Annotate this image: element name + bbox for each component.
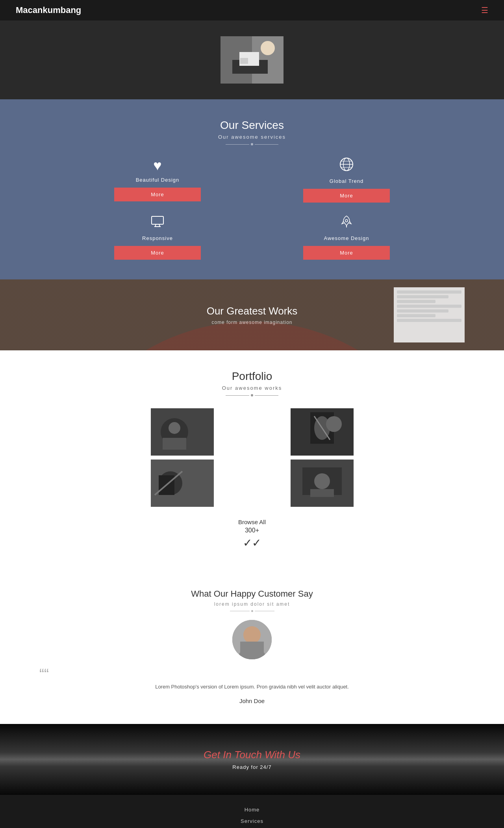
brand-bold: Macan <box>16 5 43 15</box>
portfolio-image-1[interactable] <box>151 408 214 456</box>
browse-count: 300+ <box>8 527 496 534</box>
brand-rest: kumbang <box>43 5 81 15</box>
hero-image <box>220 36 284 84</box>
svg-rect-11 <box>152 216 163 224</box>
testimonial-text: Lorem Photoshop's version of Lorem ipsum… <box>8 683 496 691</box>
service-label-3: Responsive <box>75 235 240 241</box>
services-section: Our Services Our awesome services ♥ Beau… <box>0 99 504 279</box>
testimonials-title: What Our Happy Customer Say <box>8 589 496 599</box>
more-button-1[interactable]: More <box>114 188 201 201</box>
services-title: Our Services <box>8 119 496 132</box>
svg-point-15 <box>345 220 348 222</box>
rocket-icon <box>264 214 429 232</box>
service-label-2: Global Trend <box>264 178 429 184</box>
portfolio-title: Portfolio <box>8 370 496 383</box>
service-item-global-trend: Global Trend More <box>264 157 429 203</box>
svg-rect-33 <box>310 489 334 497</box>
portfolio-grid <box>114 408 390 507</box>
portfolio-image-3[interactable] <box>151 460 214 507</box>
svg-rect-20 <box>163 438 186 450</box>
navbar: Macankumbang ☰ <box>0 0 504 20</box>
svg-point-5 <box>261 41 275 55</box>
svg-point-35 <box>243 626 261 644</box>
portfolio-image-4[interactable] <box>291 460 354 507</box>
more-button-3[interactable]: More <box>114 246 201 260</box>
portfolio-image-2[interactable] <box>291 408 354 456</box>
svg-point-25 <box>326 416 342 432</box>
svg-point-32 <box>314 473 330 489</box>
chevron-down-icon[interactable]: ✓✓ <box>8 536 496 549</box>
quote-icon: ““ <box>8 667 496 681</box>
services-subtitle: Our awesome services <box>8 134 496 140</box>
greatest-works-title: Our Greatest Works <box>207 305 298 317</box>
service-item-responsive: Responsive More <box>75 214 240 260</box>
contact-banner: Get In Touch With Us Ready for 24/7 <box>0 724 504 795</box>
heart-icon: ♥ <box>75 157 240 174</box>
service-item-beautiful-design: ♥ Beautiful Design More <box>75 157 240 203</box>
testimonials-subtitle: lorem ipsum dolor sit amet <box>8 601 496 607</box>
footer-link-services[interactable]: Services <box>8 818 496 824</box>
svg-point-19 <box>169 422 180 434</box>
globe-icon <box>264 157 429 175</box>
contact-banner-subtitle: Ready for 24/7 <box>232 764 271 770</box>
brand: Macankumbang <box>16 5 81 15</box>
services-grid: ♥ Beautiful Design More Global Trend Mor… <box>75 157 429 260</box>
testimonial-author: John Doe <box>8 698 496 704</box>
portfolio-divider <box>8 394 496 396</box>
monitor-icon <box>75 214 240 232</box>
testimonials-divider <box>8 610 496 612</box>
testimonials-section: What Our Happy Customer Say lorem ipsum … <box>0 573 504 724</box>
greatest-works-banner: Our Greatest Works come form awesome ima… <box>0 279 504 350</box>
greatest-works-subtitle: come form awesome imagination <box>211 320 292 325</box>
service-item-awesome-design: Awesome Design More <box>264 214 429 260</box>
svg-rect-4 <box>240 58 248 64</box>
greatest-works-preview <box>394 287 465 342</box>
service-label-1: Beautiful Design <box>75 177 240 183</box>
browse-all-label: Browse All <box>8 519 496 525</box>
more-button-4[interactable]: More <box>303 246 390 260</box>
hamburger-icon[interactable]: ☰ <box>481 6 488 15</box>
testimonial-avatar <box>232 620 272 659</box>
services-divider <box>8 143 496 145</box>
more-button-2[interactable]: More <box>303 189 390 203</box>
hero-section <box>0 20 504 99</box>
service-label-4: Awesome Design <box>264 235 429 241</box>
portfolio-subtitle: Our awesome works <box>8 385 496 391</box>
portfolio-section: Portfolio Our awesome works <box>0 350 504 573</box>
contact-banner-title: Get In Touch With Us <box>204 749 300 761</box>
footer-link-home[interactable]: Home <box>8 807 496 813</box>
svg-rect-37 <box>240 642 264 659</box>
footer-nav: Home Services Work Testimonials Contact <box>0 795 504 828</box>
